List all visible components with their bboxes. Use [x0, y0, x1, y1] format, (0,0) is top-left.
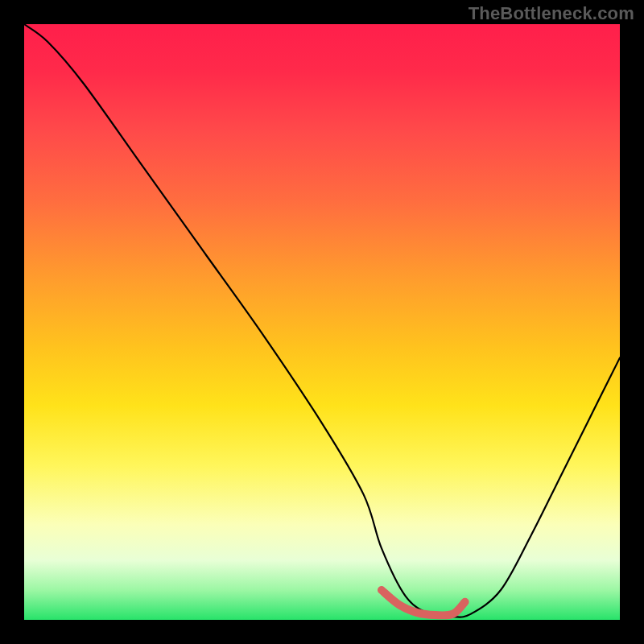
chart-frame: TheBottleneck.com — [0, 0, 644, 644]
bottleneck-curve-path — [24, 24, 620, 617]
red-accent-segment-path — [382, 590, 465, 615]
watermark-text: TheBottleneck.com — [469, 3, 634, 24]
curve-layer — [24, 24, 620, 620]
plot-area — [24, 24, 620, 620]
